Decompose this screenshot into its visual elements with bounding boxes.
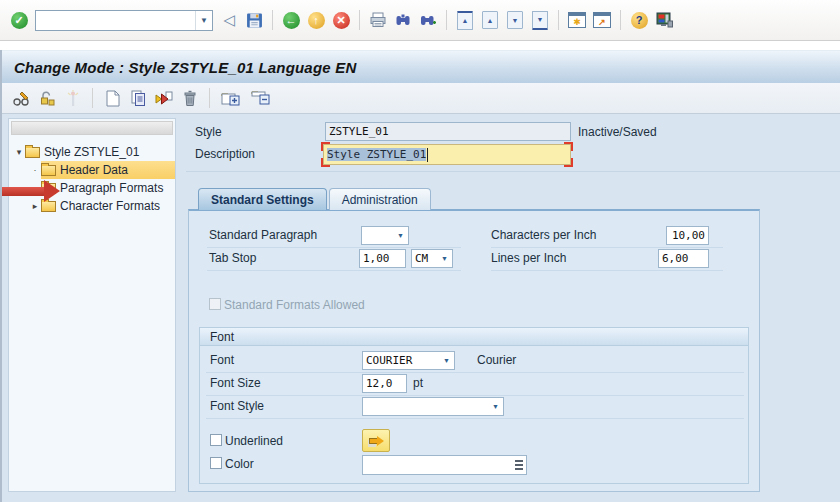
font-style-dropdown[interactable]: ▼	[362, 397, 504, 416]
help-button[interactable]: ?	[628, 9, 650, 31]
tab-stop-field[interactable]: 1,00	[359, 249, 406, 268]
dropdown-arrow-icon[interactable]: ▼	[393, 227, 408, 244]
exit-icon: ↑	[308, 12, 325, 29]
display-change-button[interactable]	[10, 87, 32, 109]
cancel-button[interactable]: ✕	[330, 9, 352, 31]
page-title: Change Mode : Style ZSTYLE_01 Language E…	[14, 59, 356, 76]
create-button[interactable]	[101, 87, 123, 109]
tree-header-bar	[11, 121, 173, 135]
new-session-button[interactable]: ✱	[566, 9, 588, 31]
enter-icon: ✓	[11, 12, 28, 29]
exit-button[interactable]: ↑	[305, 9, 327, 31]
tab-standard-settings[interactable]: Standard Settings	[198, 188, 327, 210]
back-field-button[interactable]: ◁	[218, 9, 240, 31]
toolbar-separator	[359, 10, 360, 30]
transfer-button[interactable]	[153, 87, 175, 109]
tree-node-header-data[interactable]: · Header Data	[9, 161, 175, 179]
row-separator	[207, 247, 461, 248]
help-icon: ?	[631, 12, 648, 29]
style-label: Style	[195, 125, 222, 139]
first-page-icon: ▲	[457, 11, 473, 30]
style-tree-panel: ▾ Style ZSTYLE_01 · Header Data Paragrap…	[8, 118, 176, 492]
font-size-unit: pt	[413, 376, 423, 390]
delete-button[interactable]	[179, 87, 201, 109]
dropdown-arrow-icon[interactable]: ▼	[437, 250, 452, 267]
characters-per-inch-field[interactable]: 10,00	[666, 226, 709, 245]
font-size-label: Font Size	[210, 376, 261, 390]
toolbar-separator	[620, 10, 621, 30]
tab-label: Standard Settings	[211, 193, 314, 207]
value-list-icon[interactable]	[515, 460, 523, 470]
description-label: Description	[195, 147, 255, 161]
tree-node-style-root[interactable]: ▾ Style ZSTYLE_01	[9, 143, 175, 161]
save-button[interactable]	[243, 9, 265, 31]
dropdown-arrow-icon[interactable]: ▼	[488, 398, 503, 415]
tree-node-label: Header Data	[60, 163, 128, 177]
print-icon	[370, 12, 386, 28]
nav-back-button[interactable]: ←	[280, 9, 302, 31]
style-field[interactable]: ZSTYLE_01	[325, 122, 571, 141]
dropdown-arrow-icon[interactable]: ▼	[439, 352, 454, 369]
color-field[interactable]	[362, 455, 527, 475]
standard-formats-label: Standard Formats Allowed	[224, 298, 365, 312]
focus-corner	[564, 142, 573, 151]
bullet-icon: ·	[29, 165, 41, 175]
annotation-arrow-head	[44, 180, 60, 202]
toolbar-separator	[272, 10, 273, 30]
row-separator	[206, 418, 744, 419]
application-toolbar	[0, 83, 840, 114]
color-label: Color	[225, 457, 254, 471]
tab-stop-unit-value: CM	[412, 252, 437, 265]
lines-per-inch-field[interactable]: 6,00	[658, 249, 709, 268]
next-page-button[interactable]: ▼	[504, 9, 526, 31]
command-dropdown-icon[interactable]: ▼	[195, 11, 212, 30]
standard-formats-checkbox	[209, 298, 221, 310]
last-page-button[interactable]: ▼	[529, 9, 551, 31]
font-value: COURIER	[363, 354, 439, 367]
copy-icon	[130, 90, 147, 107]
display-change-icon	[12, 90, 31, 107]
find-next-button[interactable]	[417, 9, 439, 31]
expand-all-button[interactable]	[218, 87, 244, 109]
font-group-box: Font Font COURIER ▼ Courier Font Size 12…	[199, 327, 749, 484]
underlined-checkbox[interactable]	[210, 434, 222, 446]
lock-button[interactable]	[36, 87, 58, 109]
font-size-field[interactable]: 12,0	[362, 374, 407, 393]
font-dropdown[interactable]: COURIER ▼	[362, 351, 455, 370]
underlined-detail-button[interactable]	[362, 429, 390, 452]
tab-administration[interactable]: Administration	[329, 188, 431, 210]
collapse-all-button[interactable]	[248, 87, 274, 109]
tab-stop-unit-dropdown[interactable]: CM ▼	[411, 249, 453, 268]
previous-page-button[interactable]: ▲	[479, 9, 501, 31]
characters-per-inch-label: Characters per Inch	[491, 228, 596, 242]
standard-paragraph-dropdown[interactable]: ▼	[361, 226, 409, 245]
create-page-icon	[105, 90, 120, 107]
create-shortcut-button[interactable]: ↗	[591, 9, 613, 31]
shortcut-icon: ↗	[593, 12, 611, 28]
enter-button[interactable]: ✓	[8, 9, 30, 31]
folder-icon	[41, 201, 56, 212]
toolbar-separator	[446, 10, 447, 30]
tree-node-label: Character Formats	[60, 199, 160, 213]
font-size-value: 12,0	[366, 377, 393, 390]
caret-down-icon[interactable]: ▾	[13, 147, 25, 157]
caret-right-icon[interactable]: ▸	[29, 201, 41, 211]
tree-node-character-formats[interactable]: ▸ Character Formats	[9, 197, 175, 215]
row-separator	[207, 270, 461, 271]
lines-per-inch-value: 6,00	[662, 252, 689, 265]
wand-button[interactable]	[62, 87, 84, 109]
description-field[interactable]: Style ZSTYLE_01	[323, 144, 571, 165]
first-page-button[interactable]: ▲	[454, 9, 476, 31]
toolbar-separator	[558, 10, 559, 30]
yellow-arrow-icon	[369, 438, 377, 444]
find-button[interactable]	[392, 9, 414, 31]
focus-corner	[321, 158, 330, 167]
command-field[interactable]: ▼	[35, 10, 213, 31]
print-button[interactable]	[367, 9, 389, 31]
last-page-icon: ▼	[532, 11, 548, 30]
content-area: ▾ Style ZSTYLE_01 · Header Data Paragrap…	[0, 114, 840, 502]
copy-button[interactable]	[127, 87, 149, 109]
color-checkbox[interactable]	[210, 457, 222, 469]
customize-layout-button[interactable]	[653, 9, 675, 31]
row-separator	[206, 372, 744, 373]
